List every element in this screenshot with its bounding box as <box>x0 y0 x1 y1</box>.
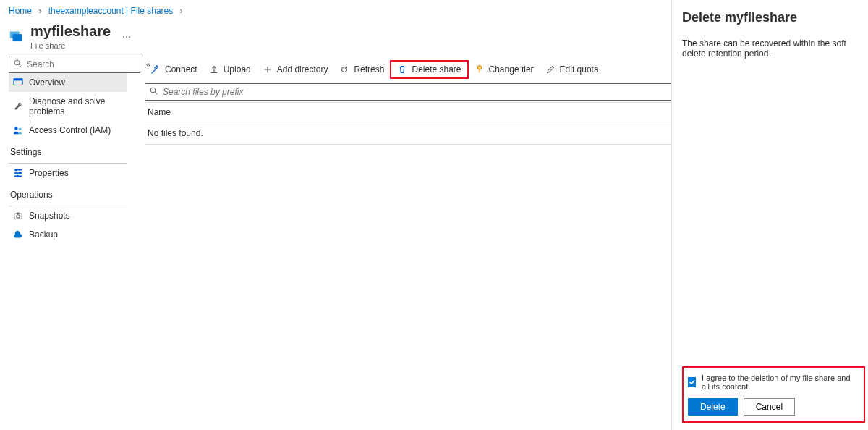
tool-label: Upload <box>224 64 251 75</box>
breadcrumb-home[interactable]: Home <box>9 6 32 16</box>
sidebar-item-label: Diagnose and solve problems <box>29 96 123 117</box>
sidebar-item-label: Properties <box>29 168 69 178</box>
svg-point-12 <box>19 172 22 174</box>
add-directory-button[interactable]: Add directory <box>257 62 334 77</box>
sidebar-item-snapshots[interactable]: Snapshots <box>9 206 127 225</box>
sidebar-item-properties[interactable]: Properties <box>9 164 127 182</box>
sidebar-item-overview[interactable]: Overview <box>9 73 127 92</box>
sidebar-item-diagnose[interactable]: Diagnose and solve problems <box>9 92 127 121</box>
pencil-icon <box>545 64 556 75</box>
panel-title: Delete myfileshare <box>682 10 865 25</box>
tool-label: Add directory <box>277 64 328 75</box>
more-icon[interactable]: ⋯ <box>122 32 131 42</box>
fileshare-icon <box>9 28 25 46</box>
svg-point-15 <box>17 215 20 218</box>
agree-checkbox[interactable] <box>688 377 696 387</box>
properties-icon <box>13 168 23 178</box>
plus-icon <box>263 64 273 75</box>
tool-label: Refresh <box>354 64 384 75</box>
sidebar-section-operations: Operations <box>9 182 127 204</box>
camera-icon <box>13 211 23 221</box>
overview-icon <box>13 77 23 88</box>
svg-point-7 <box>19 128 22 131</box>
delete-button[interactable]: Delete <box>688 398 738 416</box>
tool-label: Connect <box>165 64 197 75</box>
tool-label: Change tier <box>489 64 534 75</box>
delete-panel: Delete myfileshare The share can be reco… <box>671 0 868 430</box>
upload-icon <box>209 64 219 75</box>
page-title: myfileshare <box>30 23 111 40</box>
refresh-button[interactable]: Refresh <box>333 62 390 77</box>
svg-point-13 <box>16 175 19 178</box>
sidebar-item-backup[interactable]: Backup <box>9 225 127 244</box>
tool-label: Edit quota <box>560 64 599 75</box>
chevron-right-icon: › <box>180 6 183 16</box>
svg-point-17 <box>150 88 156 93</box>
change-tier-button[interactable]: Change tier <box>469 62 540 77</box>
page-subtitle: File share <box>30 41 111 50</box>
sidebar-item-label: Access Control (IAM) <box>29 125 111 135</box>
svg-point-2 <box>14 60 20 65</box>
column-name[interactable]: Name <box>148 107 726 117</box>
svg-rect-16 <box>17 213 20 214</box>
connect-icon <box>150 64 161 75</box>
sidebar-search[interactable] <box>9 56 140 73</box>
sidebar: « Overview Diagnose and solve problems A… <box>0 56 136 244</box>
svg-point-6 <box>14 127 17 130</box>
connect-button[interactable]: Connect <box>145 62 203 77</box>
search-icon <box>150 87 158 98</box>
svg-line-3 <box>19 64 21 67</box>
upload-button[interactable]: Upload <box>203 62 257 77</box>
people-icon <box>13 125 23 135</box>
tier-icon <box>475 64 485 75</box>
svg-rect-1 <box>13 34 22 41</box>
svg-line-18 <box>155 92 157 94</box>
backup-icon <box>13 229 23 240</box>
svg-point-11 <box>15 169 18 172</box>
sidebar-item-label: Snapshots <box>29 211 70 221</box>
panel-footer: I agree to the deletion of my file share… <box>682 366 865 423</box>
panel-description: The share can be recovered within the so… <box>682 38 865 59</box>
cancel-button[interactable]: Cancel <box>744 398 795 416</box>
trash-icon <box>397 64 407 75</box>
sidebar-search-input[interactable] <box>27 59 135 69</box>
sidebar-item-label: Overview <box>29 77 65 88</box>
refresh-icon <box>339 64 349 75</box>
sidebar-item-label: Backup <box>29 229 58 240</box>
sidebar-section-settings: Settings <box>9 140 127 161</box>
search-icon <box>14 59 22 70</box>
breadcrumb-account[interactable]: theexampleaccount | File shares <box>48 6 174 16</box>
sidebar-item-iam[interactable]: Access Control (IAM) <box>9 121 127 140</box>
edit-quota-button[interactable]: Edit quota <box>540 62 605 77</box>
tool-label: Delete share <box>412 64 461 75</box>
svg-rect-5 <box>14 79 22 81</box>
delete-share-button[interactable]: Delete share <box>390 60 468 79</box>
agree-label: I agree to the deletion of my file share… <box>702 374 859 391</box>
chevron-right-icon: › <box>38 6 41 16</box>
wrench-icon <box>13 101 23 111</box>
